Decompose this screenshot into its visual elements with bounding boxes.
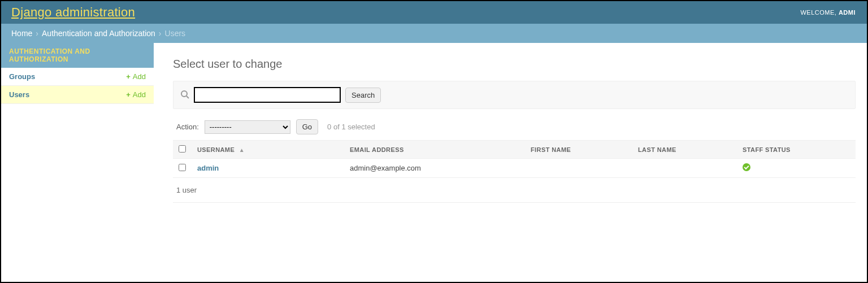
sidebar-item-groups[interactable]: Groups + Add [1, 68, 154, 86]
site-title-link[interactable]: Django administration [11, 5, 135, 20]
action-select[interactable]: --------- [205, 120, 290, 134]
col-staff-status[interactable]: STAFF STATUS [737, 141, 856, 159]
results-table: USERNAME ▲ EMAIL ADDRESS FIRST NAME LAST… [173, 140, 856, 178]
breadcrumb-home[interactable]: Home [11, 29, 32, 38]
sidebar-item-label[interactable]: Groups [9, 72, 35, 81]
sort-asc-icon: ▲ [239, 147, 245, 153]
row-checkbox[interactable] [179, 164, 186, 171]
breadcrumbs: Home › Authentication and Authorization … [1, 24, 867, 43]
actions-bar: Action: --------- Go 0 of 1 selected [173, 119, 856, 134]
row-last-name [632, 159, 737, 178]
svg-line-1 [186, 96, 189, 98]
select-all-header [173, 141, 192, 159]
breadcrumb-app[interactable]: Authentication and Authorization [42, 29, 155, 38]
paginator: 1 user [173, 178, 856, 203]
yes-icon [743, 163, 750, 171]
sidebar-caption: AUTHENTICATION AND AUTHORIZATION [1, 43, 154, 68]
col-username[interactable]: USERNAME ▲ [192, 141, 344, 159]
breadcrumb-current: Users [165, 29, 186, 38]
plus-icon: + [126, 90, 131, 99]
row-email: admin@example.com [344, 159, 525, 178]
add-label: Add [133, 90, 146, 99]
content: Select user to change Search Action: ---… [154, 43, 867, 214]
col-first-name[interactable]: FIRST NAME [525, 141, 632, 159]
user-tools: WELCOME, ADMI [800, 9, 856, 16]
search-toolbar: Search [173, 81, 856, 109]
header: Django administration WELCOME, ADMI [1, 1, 867, 24]
welcome-prefix: WELCOME, [800, 9, 838, 16]
add-groups-link[interactable]: + Add [126, 72, 146, 81]
search-icon [180, 90, 189, 101]
sidebar-item-users[interactable]: Users + Add [1, 86, 154, 104]
col-label: USERNAME [197, 146, 235, 153]
breadcrumb-sep: › [159, 29, 162, 38]
col-email[interactable]: EMAIL ADDRESS [344, 141, 525, 159]
search-button[interactable]: Search [345, 88, 381, 103]
page-title: Select user to change [173, 58, 856, 71]
row-first-name [525, 159, 632, 178]
row-username-link[interactable]: admin [197, 164, 219, 172]
select-all-checkbox[interactable] [179, 145, 186, 153]
sidebar: AUTHENTICATION AND AUTHORIZATION Groups … [1, 43, 154, 214]
add-label: Add [133, 72, 146, 81]
search-input[interactable] [194, 87, 341, 103]
table-row: admin admin@example.com [173, 159, 856, 178]
col-last-name[interactable]: LAST NAME [632, 141, 737, 159]
sidebar-item-label[interactable]: Users [9, 90, 29, 99]
svg-point-0 [181, 91, 187, 97]
action-label: Action: [176, 123, 199, 131]
selection-counter: 0 of 1 selected [327, 123, 375, 131]
go-button[interactable]: Go [296, 119, 318, 134]
row-staff-status [737, 159, 856, 178]
breadcrumb-sep: › [36, 29, 38, 38]
plus-icon: + [126, 72, 131, 81]
add-users-link[interactable]: + Add [126, 90, 146, 99]
welcome-user: ADMI [839, 9, 856, 16]
